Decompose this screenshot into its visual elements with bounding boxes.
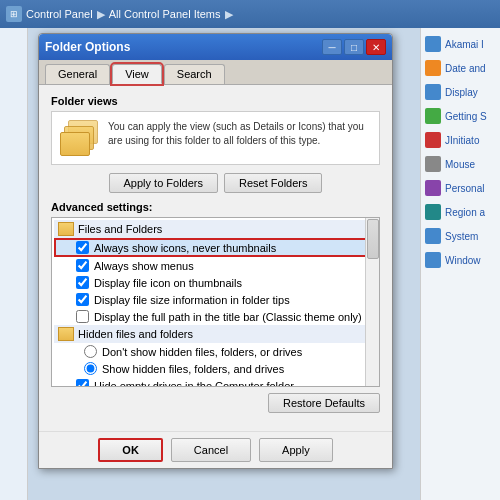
group-files-folders[interactable]: Files and Folders	[54, 220, 377, 238]
tab-view[interactable]: View	[112, 64, 162, 84]
settings-list-container[interactable]: Files and Folders Always show icons, nev…	[51, 217, 380, 387]
folder-view-buttons: Apply to Folders Reset Folders	[51, 173, 380, 193]
settings-list: Files and Folders Always show icons, nev…	[52, 218, 379, 387]
apply-to-folders-button[interactable]: Apply to Folders	[109, 173, 218, 193]
reset-folders-button[interactable]: Reset Folders	[224, 173, 322, 193]
checkbox-always-show-icons[interactable]	[76, 241, 89, 254]
right-panel-item-2[interactable]: Display	[425, 84, 496, 100]
right-panel-icon-8	[425, 228, 441, 244]
right-panel-icon-4	[425, 132, 441, 148]
maximize-button[interactable]: □	[344, 39, 364, 55]
folder-views-box: You can apply the view (such as Details …	[51, 111, 380, 165]
tab-bar: General View Search	[39, 60, 392, 85]
right-panel-item-1[interactable]: Date and	[425, 60, 496, 76]
setting-display-file-size: Display file size information in folder …	[54, 291, 377, 308]
setting-always-show-menus: Always show menus	[54, 257, 377, 274]
right-panel-item-8[interactable]: System	[425, 228, 496, 244]
close-button[interactable]: ✕	[366, 39, 386, 55]
right-panel-label-5: Mouse	[445, 159, 475, 170]
right-panel-icon-1	[425, 60, 441, 76]
scrollbar-track[interactable]	[365, 218, 379, 386]
right-panel-item-4[interactable]: JInitiato	[425, 132, 496, 148]
minimize-button[interactable]: ─	[322, 39, 342, 55]
setting-hide-empty-drives: Hide empty drives in the Computer folder	[54, 377, 377, 387]
setting-display-file-icon: Display file icon on thumbnails	[54, 274, 377, 291]
setting-dont-show-hidden: Don't show hidden files, folders, or dri…	[54, 343, 377, 360]
dialog-body: Folder views You can apply the view (suc…	[39, 85, 392, 431]
top-bar: ⊞ Control Panel ▶ All Control Panel Item…	[0, 0, 500, 28]
checkbox-always-show-menus[interactable]	[76, 259, 89, 272]
checkbox-display-file-icon[interactable]	[76, 276, 89, 289]
group-files-label: Files and Folders	[78, 223, 162, 235]
dialog-title: Folder Options	[45, 40, 130, 54]
tab-search[interactable]: Search	[164, 64, 225, 84]
dialog-titlebar: Folder Options ─ □ ✕	[39, 34, 392, 60]
setting-label-display-file-icon: Display file icon on thumbnails	[94, 277, 242, 289]
folder-icon-3	[60, 132, 90, 156]
right-panel-label-4: JInitiato	[445, 135, 479, 146]
breadcrumb-arrow1: ▶	[97, 8, 105, 21]
checkbox-display-full-path[interactable]	[76, 310, 89, 323]
right-panel-icon-2	[425, 84, 441, 100]
breadcrumb-arrow2: ▶	[225, 8, 233, 21]
right-panel-label-1: Date and	[445, 63, 486, 74]
right-panel-item-6[interactable]: Personal	[425, 180, 496, 196]
advanced-settings-label: Advanced settings:	[51, 201, 380, 213]
left-panel	[0, 28, 28, 500]
right-panel-item-7[interactable]: Region a	[425, 204, 496, 220]
title-buttons: ─ □ ✕	[322, 39, 386, 55]
setting-label-show-hidden: Show hidden files, folders, and drives	[102, 363, 284, 375]
setting-label-hide-empty-drives: Hide empty drives in the Computer folder	[94, 380, 294, 388]
restore-btn-row: Restore Defaults	[51, 393, 380, 413]
cancel-button[interactable]: Cancel	[171, 438, 251, 462]
folder-views-desc: You can apply the view (such as Details …	[108, 120, 371, 148]
radio-show-hidden[interactable]	[84, 362, 97, 375]
right-panel-label-8: System	[445, 231, 478, 242]
setting-show-hidden: Show hidden files, folders, and drives	[54, 360, 377, 377]
main-area: Folder Options ─ □ ✕ General View Search…	[0, 28, 500, 500]
restore-defaults-button[interactable]: Restore Defaults	[268, 393, 380, 413]
setting-display-full-path: Display the full path in the title bar (…	[54, 308, 377, 325]
folder-icon-stack	[60, 120, 100, 156]
right-panel-icon-5	[425, 156, 441, 172]
group-folder-icon	[58, 222, 74, 236]
right-panel-icon-3	[425, 108, 441, 124]
right-panel-icon-6	[425, 180, 441, 196]
right-panel-item-3[interactable]: Getting S	[425, 108, 496, 124]
right-panel-item-0[interactable]: Akamai I	[425, 36, 496, 52]
setting-label-dont-show-hidden: Don't show hidden files, folders, or dri…	[102, 346, 302, 358]
right-panel-label-6: Personal	[445, 183, 484, 194]
setting-label-display-file-size: Display file size information in folder …	[94, 294, 290, 306]
setting-label-always-show-icons: Always show icons, never thumbnails	[94, 242, 276, 254]
setting-label-display-full-path: Display the full path in the title bar (…	[94, 311, 362, 323]
right-panel-item-5[interactable]: Mouse	[425, 156, 496, 172]
right-panel-icon-7	[425, 204, 441, 220]
right-panel-label-2: Display	[445, 87, 478, 98]
folder-options-dialog: Folder Options ─ □ ✕ General View Search…	[38, 33, 393, 469]
right-panel: Akamai IDate andDisplayGetting SJInitiat…	[420, 28, 500, 500]
right-panel-icon-9	[425, 252, 441, 268]
group-hidden-label: Hidden files and folders	[78, 328, 193, 340]
cp-icon: ⊞	[6, 6, 22, 22]
right-panel-label-3: Getting S	[445, 111, 487, 122]
ok-button[interactable]: OK	[98, 438, 163, 462]
group-hidden-icon	[58, 327, 74, 341]
setting-always-show-icons: Always show icons, never thumbnails	[54, 238, 377, 257]
dialog-footer: OK Cancel Apply	[39, 431, 392, 468]
group-hidden-files[interactable]: Hidden files and folders	[54, 325, 377, 343]
checkbox-hide-empty-drives[interactable]	[76, 379, 89, 387]
checkbox-display-file-size[interactable]	[76, 293, 89, 306]
breadcrumb-all[interactable]: All Control Panel Items	[109, 8, 221, 20]
dialog-area: Folder Options ─ □ ✕ General View Search…	[28, 28, 420, 500]
scrollbar-thumb[interactable]	[367, 219, 379, 259]
folder-views-label: Folder views	[51, 95, 380, 107]
right-panel-label-0: Akamai I	[445, 39, 484, 50]
tab-general[interactable]: General	[45, 64, 110, 84]
radio-dont-show-hidden[interactable]	[84, 345, 97, 358]
right-panel-icon-0	[425, 36, 441, 52]
breadcrumb-cp[interactable]: Control Panel	[26, 8, 93, 20]
right-panel-item-9[interactable]: Window	[425, 252, 496, 268]
setting-label-always-show-menus: Always show menus	[94, 260, 194, 272]
right-panel-label-7: Region a	[445, 207, 485, 218]
apply-button[interactable]: Apply	[259, 438, 333, 462]
